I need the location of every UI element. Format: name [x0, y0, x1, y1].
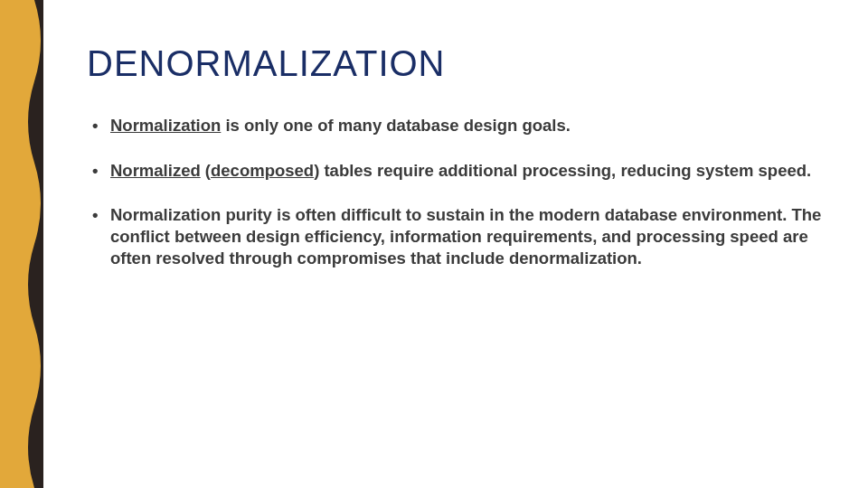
bullet-underlined: Normalization — [110, 116, 221, 135]
bullet-text: ) tables require additional processing, … — [314, 161, 811, 180]
bullet-text: ( — [201, 161, 211, 180]
slide: DENORMALIZATION Normalization is only on… — [0, 0, 868, 488]
left-band-gold — [0, 0, 43, 488]
bullet-item: Normalization purity is often difficult … — [87, 204, 823, 268]
bullet-underlined: Normalized — [110, 161, 201, 180]
content-area: DENORMALIZATION Normalization is only on… — [87, 43, 823, 292]
slide-title: DENORMALIZATION — [87, 43, 823, 84]
bullet-text: Normalization purity is often difficult … — [110, 205, 821, 267]
bullet-item: Normalization is only one of many databa… — [87, 115, 823, 136]
bullet-text: is only one of many database design goal… — [221, 116, 571, 135]
bullet-underlined: decomposed — [211, 161, 314, 180]
bullet-item: Normalized (decomposed) tables require a… — [87, 160, 823, 182]
bullet-list: Normalization is only one of many databa… — [87, 115, 823, 268]
